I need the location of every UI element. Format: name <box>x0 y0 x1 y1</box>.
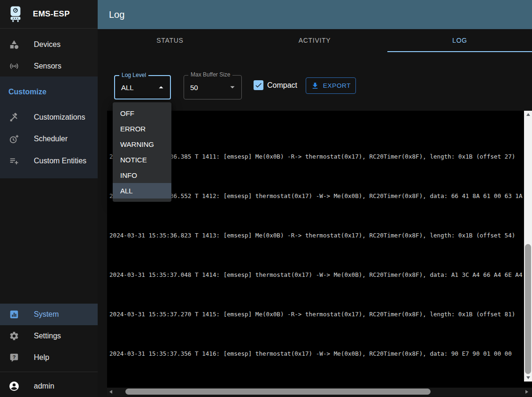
scroll-right-arrow-icon[interactable] <box>523 388 531 396</box>
sidebar-divider <box>0 372 98 372</box>
sidebar-item-custom-entities[interactable]: Custom Entities <box>0 150 98 172</box>
page-title: Log <box>109 9 124 20</box>
analytics-icon <box>8 309 20 320</box>
scroll-up-arrow-icon[interactable] <box>524 111 532 118</box>
log-level-label: Log Level <box>119 72 148 78</box>
more-time-icon <box>8 133 20 145</box>
customize-section: Customize Customizations <box>0 76 98 178</box>
tab-label: STATUS <box>156 37 183 44</box>
log-level-option[interactable]: NOTICE <box>113 152 171 168</box>
sidebar-item-system[interactable]: System <box>0 304 98 325</box>
log-line: 2024-03-31 15:35:37.356 T 1416: [emsesp]… <box>109 349 524 359</box>
sidebar-item-label: Sensors <box>34 62 62 70</box>
log-output: 2024-03-31 15:35:36.385 T 1411: [emsesp]… <box>109 112 524 387</box>
log-line: 2024-03-31 15:35:36.385 T 1411: [emsesp]… <box>109 152 524 161</box>
sidebar-item-sensors[interactable]: Sensors <box>0 55 98 77</box>
sidebar-item-label: Settings <box>34 332 61 340</box>
tab-label: LOG <box>452 37 467 44</box>
tab-status[interactable]: STATUS <box>98 29 242 52</box>
log-line: 2024-03-31 15:35:36.552 T 1412: [emsesp]… <box>109 191 524 201</box>
scroll-down-arrow-icon[interactable] <box>524 374 532 382</box>
checkmark-icon <box>254 81 262 89</box>
scroll-left-arrow-icon[interactable] <box>107 388 115 396</box>
log-level-select[interactable]: Log Level ALL <box>114 75 171 99</box>
help-bubble-icon: ? <box>8 352 20 363</box>
sidebar-item-label: Custom Entities <box>34 157 86 165</box>
boiler-icon <box>8 6 23 23</box>
sidebar-item-label: System <box>34 310 59 319</box>
vertical-scrollbar-thumb[interactable] <box>525 244 531 374</box>
horizontal-scrollbar[interactable] <box>107 388 532 396</box>
export-button-label: EXPORT <box>323 82 351 89</box>
max-buffer-size-value: 50 <box>190 84 198 92</box>
compact-checkbox[interactable] <box>254 80 263 90</box>
ems-esp-app: EMS-ESP Devices Sensors <box>0 0 532 397</box>
sidebar-item-devices[interactable]: Devices <box>0 34 98 55</box>
sidebar-item-customizations[interactable]: Customizations <box>0 107 98 128</box>
log-level-menu: OFF ERROR WARNING NOTICE INFO ALL <box>113 102 171 202</box>
export-button[interactable]: EXPORT <box>306 77 356 94</box>
download-icon <box>311 82 319 90</box>
tab-log[interactable]: LOG <box>387 29 532 52</box>
sidebar-item-label: Scheduler <box>34 135 68 143</box>
log-line: 2024-03-31 15:35:37.270 T 1415: [emsesp]… <box>109 309 524 319</box>
sidebar-item-help[interactable]: ? Help <box>0 347 98 368</box>
customize-section-title: Customize <box>8 88 46 96</box>
username-label: admin <box>34 382 54 390</box>
log-level-option[interactable]: INFO <box>113 168 171 183</box>
sidebar: EMS-ESP Devices Sensors <box>0 0 98 397</box>
app-bar: Log <box>98 0 532 29</box>
log-level-option[interactable]: ALL <box>113 183 171 198</box>
compact-checkbox-label[interactable]: Compact <box>267 80 297 90</box>
log-level-option[interactable]: ERROR <box>113 121 171 137</box>
gear-icon <box>8 330 20 342</box>
active-tab-indicator <box>387 51 532 52</box>
log-level-option[interactable]: WARNING <box>113 137 171 152</box>
sidebar-item-label: Customizations <box>34 113 85 122</box>
sensors-icon <box>8 61 20 72</box>
caret-up-icon <box>156 82 166 92</box>
app-name: EMS-ESP <box>33 9 70 19</box>
playlist-add-icon <box>8 155 20 167</box>
max-buffer-size-label: Max Buffer Size <box>188 71 232 78</box>
sidebar-item-scheduler[interactable]: Scheduler <box>0 128 98 150</box>
svg-text:?: ? <box>13 354 16 360</box>
category-icon <box>8 39 20 50</box>
sidebar-item-label: Help <box>34 353 49 362</box>
main-content: STATUS ACTIVITY LOG Log Level ALL Max Bu… <box>98 29 532 397</box>
log-line: 2024-03-31 15:35:37.048 T 1414: [emsesp]… <box>109 270 524 280</box>
construction-icon <box>8 112 20 123</box>
tab-activity[interactable]: ACTIVITY <box>242 29 387 52</box>
vertical-scrollbar[interactable] <box>524 111 532 382</box>
caret-down-icon <box>227 82 238 92</box>
sidebar-header: EMS-ESP <box>0 0 98 29</box>
max-buffer-size-select[interactable]: Max Buffer Size 50 <box>184 75 242 99</box>
log-level-value: ALL <box>121 84 134 92</box>
account-circle-icon <box>8 381 20 392</box>
log-line: 2024-03-31 15:35:36.823 T 1413: [emsesp]… <box>109 230 524 240</box>
log-level-option[interactable]: OFF <box>113 106 171 121</box>
sidebar-item-label: Devices <box>34 40 61 49</box>
sidebar-item-admin[interactable]: admin <box>0 375 98 397</box>
horizontal-scrollbar-thumb[interactable] <box>125 389 431 395</box>
tab-label: ACTIVITY <box>299 37 331 44</box>
sidebar-item-settings[interactable]: Settings <box>0 325 98 347</box>
